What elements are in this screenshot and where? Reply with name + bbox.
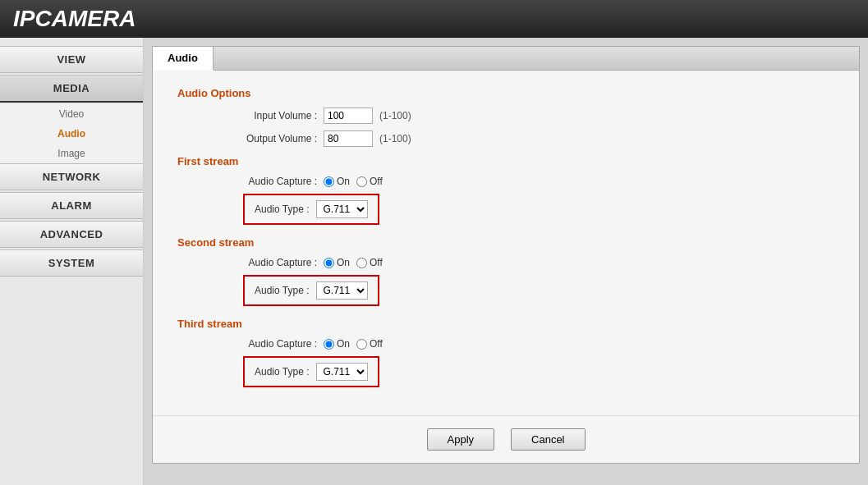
button-row: Apply Cancel	[153, 415, 859, 463]
second-stream-on-radio[interactable]	[324, 258, 334, 268]
output-volume-label: Output Volume :	[210, 133, 317, 144]
sidebar-sub-image[interactable]: Image	[0, 144, 143, 163]
sidebar-item-network[interactable]: NETWORK	[0, 163, 143, 190]
third-stream-audio-type-label: Audio Type :	[255, 366, 310, 377]
third-stream-audio-type-select[interactable]: G.711 G.726 AAC	[316, 363, 368, 381]
third-stream-off-radio[interactable]	[356, 339, 367, 350]
header-prefix: IP	[13, 6, 34, 32]
sidebar-item-advanced[interactable]: ADVANCED	[0, 221, 143, 248]
third-stream-off-label[interactable]: Off	[356, 338, 383, 350]
second-stream-capture-row: Audio Capture : On Off	[177, 257, 834, 268]
input-volume-label: Input Volume :	[210, 110, 317, 121]
second-stream-radio-group: On Off	[324, 257, 383, 268]
sidebar-item-media[interactable]: MEDIA	[0, 75, 143, 103]
first-stream-audio-type-select[interactable]: G.711 G.726 AAC	[316, 200, 368, 218]
header-title: CAMERA	[34, 6, 135, 32]
first-stream-on-label[interactable]: On	[324, 176, 350, 187]
tab-panel: Audio Audio Options Input Volume : (1-10…	[152, 46, 860, 464]
output-volume-row: Output Volume : (1-100)	[177, 130, 834, 147]
second-stream-off-label[interactable]: Off	[356, 257, 383, 268]
input-volume-row: Input Volume : (1-100)	[177, 108, 834, 124]
sidebar-item-system[interactable]: SYSTEM	[0, 249, 143, 277]
third-stream-radio-group: On Off	[324, 338, 383, 350]
second-stream-capture-label: Audio Capture :	[210, 257, 317, 268]
app-header: IP CAMERA	[0, 0, 868, 38]
sidebar: VIEW MEDIA Video Audio Image NETWORK ALA…	[0, 38, 144, 485]
first-stream-section: First stream Audio Capture : On Off	[177, 155, 834, 231]
first-stream-off-radio[interactable]	[356, 176, 367, 187]
first-stream-off-label[interactable]: Off	[356, 176, 383, 187]
second-stream-audio-type-box: Audio Type : G.711 G.726 AAC	[243, 275, 379, 306]
first-stream-capture-label: Audio Capture :	[210, 176, 317, 187]
form-content: Audio Options Input Volume : (1-100) Out…	[153, 71, 859, 415]
first-stream-radio-group: On Off	[324, 176, 383, 187]
first-stream-on-radio[interactable]	[324, 176, 334, 187]
third-stream-on-label[interactable]: On	[324, 338, 350, 350]
sidebar-sub-audio[interactable]: Audio	[0, 124, 143, 144]
tab-audio[interactable]: Audio	[153, 47, 214, 71]
content-area: Audio Audio Options Input Volume : (1-10…	[144, 38, 868, 485]
tab-header: Audio	[153, 47, 859, 71]
second-stream-audio-type-label: Audio Type :	[255, 285, 310, 296]
sidebar-item-alarm[interactable]: ALARM	[0, 192, 143, 219]
apply-button[interactable]: Apply	[427, 428, 495, 451]
first-stream-title: First stream	[177, 155, 834, 167]
third-stream-capture-row: Audio Capture : On Off	[177, 338, 834, 350]
input-volume-field[interactable]	[324, 108, 373, 124]
sidebar-item-view[interactable]: VIEW	[0, 46, 143, 73]
second-stream-title: Second stream	[177, 236, 834, 249]
second-stream-on-label[interactable]: On	[324, 257, 350, 268]
second-stream-off-radio[interactable]	[356, 258, 367, 268]
first-stream-capture-row: Audio Capture : On Off	[177, 176, 834, 187]
first-stream-audio-type-box: Audio Type : G.711 G.726 AAC	[243, 194, 379, 225]
third-stream-title: Third stream	[177, 318, 834, 330]
first-stream-audio-type-label: Audio Type :	[255, 204, 310, 215]
input-volume-hint: (1-100)	[379, 110, 411, 121]
output-volume-field[interactable]	[324, 130, 373, 147]
sidebar-sub-video[interactable]: Video	[0, 104, 143, 124]
third-stream-section: Third stream Audio Capture : On Off	[177, 318, 834, 394]
second-stream-audio-type-select[interactable]: G.711 G.726 AAC	[316, 281, 368, 300]
cancel-button[interactable]: Cancel	[511, 428, 585, 451]
third-stream-capture-label: Audio Capture :	[210, 338, 317, 350]
main-layout: VIEW MEDIA Video Audio Image NETWORK ALA…	[0, 38, 868, 485]
audio-options-title: Audio Options	[177, 87, 834, 99]
output-volume-hint: (1-100)	[379, 133, 411, 144]
third-stream-audio-type-box: Audio Type : G.711 G.726 AAC	[243, 356, 379, 387]
third-stream-on-radio[interactable]	[324, 339, 334, 350]
second-stream-section: Second stream Audio Capture : On Off	[177, 236, 834, 313]
